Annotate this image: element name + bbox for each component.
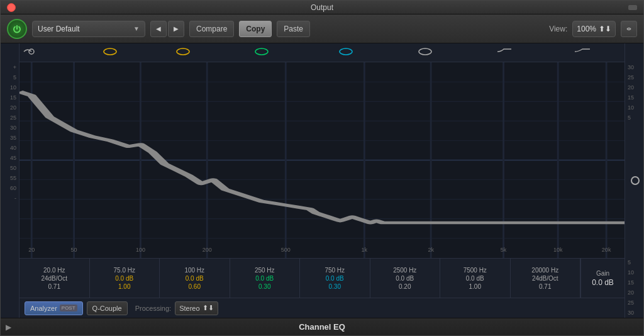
title-bar: Output <box>1 1 643 14</box>
freq-label-200: 200 <box>203 247 212 253</box>
band-4-freq: 250 Hz <box>255 267 275 274</box>
scale-60: 60 <box>10 183 16 193</box>
post-badge: POST <box>60 305 77 311</box>
gain-column: Gain 0.0 dB <box>580 259 625 298</box>
analyzer-button[interactable]: Analyzer POST <box>25 301 83 315</box>
right-scale-20-top: 20 <box>628 82 634 92</box>
scale-40: 40 <box>10 143 16 153</box>
link-button[interactable] <box>621 21 637 37</box>
right-scale-10-top: 10 <box>628 103 634 113</box>
right-scale: 30 25 20 15 10 5 5 10 15 20 25 30 <box>625 43 643 318</box>
band-2-value1: 0.0 dB <box>115 275 133 282</box>
footer: ▶ Channel EQ <box>1 318 643 335</box>
scale-5: 5 <box>13 72 16 82</box>
band-handle-3[interactable] <box>174 47 192 59</box>
band-handle-8[interactable] <box>574 47 591 59</box>
band-4-value2: 0.30 <box>258 283 270 290</box>
compare-button[interactable]: Compare <box>189 21 234 37</box>
footer-title: Channel EQ <box>299 322 345 332</box>
svg-point-2 <box>177 48 189 55</box>
right-scale-5-top: 5 <box>628 113 631 123</box>
preset-dropdown[interactable]: User Default ▼ <box>32 21 145 37</box>
dropdown-arrow-icon: ▼ <box>133 25 140 32</box>
band-2-freq: 75.0 Hz <box>114 267 135 274</box>
freq-label-20: 20 <box>28 247 35 253</box>
band-5-value2: 0.30 <box>329 283 341 290</box>
right-scale-15-bot: 15 <box>628 277 634 288</box>
band-column-4: 250 Hz 0.0 dB 0.30 <box>230 259 301 298</box>
freq-label-20k: 20k <box>602 247 611 253</box>
view-value: 100% <box>577 25 596 33</box>
scale-minus: - <box>14 193 16 203</box>
left-scale: + 5 10 15 20 25 30 35 40 45 50 55 60 - <box>1 43 19 318</box>
band-1-freq: 20.0 Hz <box>43 267 65 274</box>
band-column-3: 100 Hz 0.0 dB 0.60 <box>160 259 230 298</box>
gain-label: Gain <box>596 270 609 277</box>
copy-button[interactable]: Copy <box>239 21 272 37</box>
next-button[interactable]: ▶ <box>168 21 184 37</box>
right-scale-5-bot: 5 <box>628 257 631 267</box>
band-handle-1[interactable] <box>23 47 40 59</box>
band-column-5: 750 Hz 0.0 dB 0.30 <box>300 259 370 298</box>
processing-label: Processing: <box>135 305 171 312</box>
band-handle-7[interactable] <box>495 47 513 59</box>
toolbar-right: View: 100% ⬆⬇ <box>549 21 637 37</box>
band-7-freq: 7500 Hz <box>464 267 487 274</box>
freq-label-5k: 5k <box>501 247 507 253</box>
scale-55: 55 <box>10 173 16 183</box>
right-scale-25-bot: 25 <box>628 298 634 308</box>
band-6-value1: 0.0 dB <box>396 275 414 282</box>
band-handle-5[interactable] <box>337 47 355 59</box>
band-handle-2[interactable] <box>101 47 119 59</box>
scale-25: 25 <box>10 113 16 123</box>
band-2-value2: 1.00 <box>118 283 130 290</box>
view-label: View: <box>549 25 567 33</box>
band-6-value2: 0.20 <box>399 283 411 290</box>
main-window: Output User Default ▼ ◀ ▶ Compare Copy P… <box>0 0 644 336</box>
freq-label-2k: 2k <box>428 247 434 253</box>
band-handles <box>19 43 625 62</box>
scale-10: 10 <box>10 82 16 92</box>
close-button[interactable] <box>7 3 16 12</box>
band-3-value1: 0.0 dB <box>186 275 204 282</box>
nav-buttons: ◀ ▶ <box>150 21 184 37</box>
scale-plus: + <box>13 62 16 72</box>
right-scale-30-top: 30 <box>628 62 634 72</box>
paste-button[interactable]: Paste <box>277 21 310 37</box>
band-8-value1: 24dB/Oct <box>532 275 558 282</box>
minimize-button[interactable] <box>628 5 637 10</box>
right-scale-25-top: 25 <box>628 72 634 82</box>
analyzer-label: Analyzer <box>30 305 57 312</box>
scale-45: 45 <box>10 153 16 163</box>
band-column-6: 2500 Hz 0.0 dB 0.20 <box>370 259 441 298</box>
svg-point-3 <box>255 48 268 55</box>
power-button[interactable] <box>7 19 27 39</box>
scale-35: 35 <box>10 133 16 143</box>
processing-select[interactable]: Stereo ⬆⬇ <box>175 301 218 315</box>
band-8-freq: 20000 Hz <box>531 267 558 274</box>
svg-point-0 <box>29 49 34 54</box>
window-title: Output <box>311 3 333 12</box>
band-column-2: 75.0 Hz 0.0 dB 1.00 <box>90 259 160 298</box>
toolbar: User Default ▼ ◀ ▶ Compare Copy Paste Vi… <box>1 14 643 43</box>
eq-area: + 5 10 15 20 25 30 35 40 45 50 55 60 - <box>1 43 643 318</box>
band-5-value1: 0.0 dB <box>326 275 344 282</box>
band-handle-4[interactable] <box>253 47 270 59</box>
band-handle-6[interactable] <box>416 47 434 59</box>
band-8-value2: 0.71 <box>539 283 551 290</box>
gain-value: 0.0 dB <box>592 278 614 287</box>
right-scale-30-bot: 30 <box>628 308 634 318</box>
band-3-freq: 100 Hz <box>184 267 204 274</box>
bottom-controls: 20.0 Hz 24dB/Oct 0.71 75.0 Hz 0.0 dB 1.0… <box>19 258 625 318</box>
scale-15: 15 <box>10 92 16 103</box>
band-6-freq: 2500 Hz <box>393 267 416 274</box>
band-column-7: 7500 Hz 0.0 dB 1.00 <box>440 259 511 298</box>
view-dropdown[interactable]: 100% ⬆⬇ <box>572 21 616 37</box>
expand-icon[interactable]: ▶ <box>6 323 11 332</box>
gain-circle[interactable] <box>631 176 640 185</box>
scale-20: 20 <box>10 103 16 113</box>
prev-button[interactable]: ◀ <box>150 21 167 37</box>
qcouple-button[interactable]: Q-Couple <box>87 301 128 315</box>
band-column-8: 20000 Hz 24dB/Oct 0.71 <box>511 259 581 298</box>
view-arrow-icon: ⬆⬇ <box>599 25 611 33</box>
